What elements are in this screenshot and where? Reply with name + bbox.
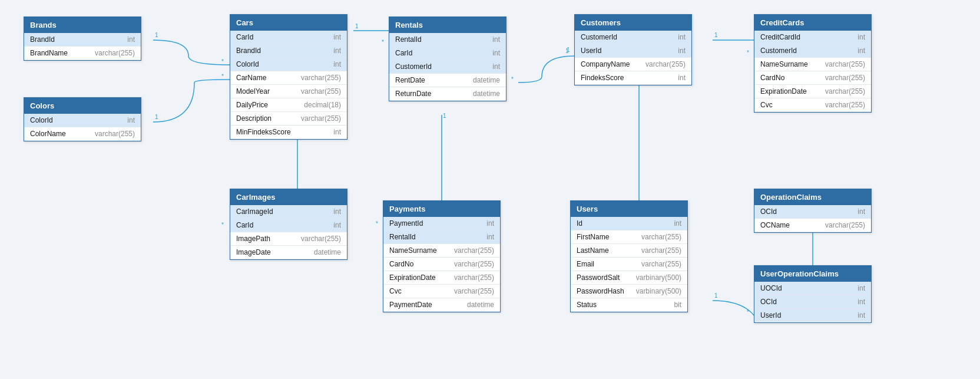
table-row: CustomerIdint [575,31,691,44]
table-row: Emailvarchar(255) [571,258,687,271]
table-row: CardNovarchar(255) [754,71,871,85]
table-row: CarIdint [389,47,506,60]
table-payments: PaymentsPaymentIdintRentalIdintNameSurna… [383,200,501,312]
table-row: BrandIdint [24,33,141,47]
svg-text:1: 1 [714,32,718,38]
table-useroperationclaims-header: UserOperationClaims [754,266,871,282]
column-name: Description [236,114,272,123]
column-type: varchar(255) [454,260,494,268]
column-type: int [858,207,865,216]
table-customers-header: Customers [575,15,691,31]
column-name: CompanyName [581,60,630,68]
table-cars: CarsCarIdintBrandIdintColorIdintCarNamev… [230,14,347,140]
column-name: BrandId [30,35,55,44]
svg-text:1: 1 [155,114,158,120]
column-type: int [858,311,865,319]
table-row: FindeksScoreint [575,71,691,85]
table-row: Idint [571,217,687,230]
table-row: RentDatedatetime [389,74,506,87]
column-type: bit [674,301,681,309]
column-type: int [678,47,686,55]
column-type: int [678,74,686,82]
column-name: Status [577,301,597,309]
column-type: varchar(255) [825,221,865,229]
table-brands: BrandsBrandIdintBrandNamevarchar(255) [24,17,141,61]
column-type: varchar(255) [301,74,341,82]
column-type: int [492,62,500,71]
table-row: CardNovarchar(255) [383,258,500,271]
column-name: NameSurname [389,246,437,255]
svg-text:*: * [382,39,384,45]
column-name: NameSurname [760,60,808,68]
svg-text:1: 1 [565,48,569,54]
column-type: varbinary(500) [636,273,681,282]
svg-text:1: 1 [714,292,718,299]
column-type: int [333,33,341,41]
column-type: int [333,47,341,55]
svg-text:*: * [221,222,224,228]
table-carimages-header: CarImages [230,189,347,205]
column-type: int [678,33,686,41]
table-users: UsersIdintFirstNamevarchar(255)LastNamev… [570,200,688,312]
column-type: varchar(255) [825,60,865,68]
table-row: RentalIdint [389,33,506,47]
column-name: OCId [760,207,777,216]
column-name: Id [577,219,582,228]
table-row: PaymentDatedatetime [383,298,500,312]
column-type: int [674,219,681,228]
table-row: CarImageIdint [230,205,347,219]
column-name: FindeksScore [581,74,624,82]
svg-text:1: 1 [355,23,359,29]
column-type: int [333,221,341,229]
column-name: CreditCardId [760,33,800,41]
column-name: CardNo [389,260,413,268]
svg-text:1: 1 [443,113,446,119]
column-type: varchar(255) [825,101,865,109]
column-type: int [486,233,494,241]
column-name: OCName [760,221,790,229]
table-row: FirstNamevarchar(255) [571,230,687,244]
table-row: OCNamevarchar(255) [754,219,871,232]
diagram-canvas: 1 * 1 * 1 * 1 * 1 * 1 * 1 * 1 1 1 * [0,0,980,379]
table-row: CustomerIdint [389,60,506,74]
table-row: PasswordSaltvarbinary(500) [571,271,687,285]
column-name: Cvc [760,101,773,109]
table-row: RentalIdint [383,230,500,244]
table-row: ExpirationDatevarchar(255) [754,85,871,98]
column-name: ImageDate [236,248,271,256]
column-type: varchar(255) [641,233,681,241]
column-type: varchar(255) [641,246,681,255]
table-operationclaims: OperationClaimsOCIdintOCNamevarchar(255) [754,189,872,233]
table-row: UserIdint [575,44,691,58]
table-row: UOCIdint [754,282,871,295]
column-type: int [492,49,500,57]
column-name: Cvc [389,287,402,295]
column-type: varchar(255) [825,74,865,82]
table-users-header: Users [571,201,687,217]
table-row: ExpirationDatevarchar(255) [383,271,500,285]
table-row: CreditCardIdint [754,31,871,44]
table-row: ColorIdint [24,114,141,127]
table-row: CarIdint [230,31,347,44]
column-name: LastName [577,246,609,255]
column-type: int [333,207,341,216]
table-row: CarIdint [230,219,347,232]
table-rentals-header: Rentals [389,17,506,33]
column-type: varchar(255) [301,235,341,243]
table-row: Cvcvarchar(255) [383,285,500,298]
column-type: datetime [473,76,500,84]
table-creditcards-header: CreditCards [754,15,871,31]
table-row: NameSurnamevarchar(255) [383,244,500,258]
table-row: CarNamevarchar(255) [230,71,347,85]
column-type: varchar(255) [301,114,341,123]
table-operationclaims-header: OperationClaims [754,189,871,205]
column-name: RentalId [389,233,416,241]
column-type: datetime [467,301,494,309]
table-row: Statusbit [571,298,687,312]
column-name: CustomerId [395,62,432,71]
column-name: BrandId [236,47,261,55]
column-name: CarImageId [236,207,273,216]
column-name: CarName [236,74,266,82]
column-type: varchar(255) [641,260,681,268]
column-type: int [858,47,865,55]
